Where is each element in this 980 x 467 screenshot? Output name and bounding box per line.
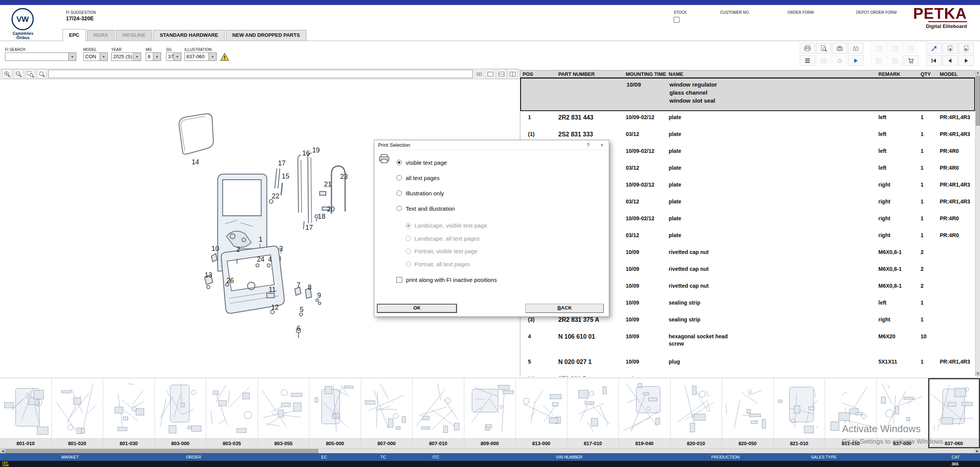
dropdown-arrow-icon[interactable]: ▼ xyxy=(153,53,161,61)
callout-16[interactable]: 16 xyxy=(302,149,310,157)
thumbnail-817-010[interactable]: 817-010 xyxy=(567,378,619,448)
dialog-titlebar[interactable]: Print Selection ? × xyxy=(374,140,609,150)
thumbnail-813-000[interactable]: 813-000 xyxy=(516,378,567,448)
callout-13[interactable]: 13 xyxy=(205,271,212,279)
next-illustration-button[interactable] xyxy=(959,43,974,54)
shopping-cart-button[interactable] xyxy=(903,55,919,66)
callout-17[interactable]: 17 xyxy=(278,159,286,167)
thumbnail-831-010[interactable]: 831-010 xyxy=(825,378,877,448)
thumbnail-837-060[interactable]: 837-060 xyxy=(928,378,980,448)
callout-19[interactable]: 19 xyxy=(312,146,320,154)
callout-22[interactable]: 22 xyxy=(272,192,280,200)
thumbnail-837-000[interactable]: 837-000 xyxy=(877,378,929,448)
thumbnail-821-010[interactable]: 821-010 xyxy=(774,378,825,448)
zoom-in-button[interactable] xyxy=(2,69,12,79)
callout-15[interactable]: 15 xyxy=(282,172,289,180)
callout-12[interactable]: 12 xyxy=(271,303,279,311)
vertical-scrollbar-thumb[interactable] xyxy=(976,76,980,126)
parts-table-row[interactable]: 5N 020 027 110/09plug5X1X111PR:4R1,4R3 xyxy=(520,356,975,372)
callout-20[interactable]: 20 xyxy=(327,205,335,213)
dropdown-arrow-icon[interactable]: ▼ xyxy=(133,53,141,61)
zoom-area-button[interactable] xyxy=(25,69,35,79)
dropdown-arrow-icon[interactable]: ▼ xyxy=(209,53,216,61)
callout-4[interactable]: 4 xyxy=(268,256,272,263)
tab-new-and-dropped-parts[interactable]: NEW AND DROPPED PARTS xyxy=(226,30,306,41)
pane-single-button[interactable] xyxy=(485,69,495,79)
callout-24[interactable]: 24 xyxy=(257,256,265,263)
dropdown-arrow-icon[interactable]: ▼ xyxy=(68,53,76,61)
nav-first-button[interactable] xyxy=(926,55,942,66)
thumbnail-801-010[interactable]: 801-010 xyxy=(0,378,52,448)
export-image-button[interactable] xyxy=(832,43,847,54)
dialog-close-icon[interactable]: × xyxy=(595,141,609,149)
thumbnail-horizontal-scrollbar[interactable]: ◀ ▶ xyxy=(0,448,980,453)
inactive-positions-checkbox[interactable] xyxy=(396,277,402,283)
option-visible-text-page[interactable]: visible text page xyxy=(396,155,455,170)
thumbnail-807-000[interactable]: 807-000 xyxy=(361,378,413,448)
thumbnail-805-000[interactable]: 805-000 xyxy=(309,378,361,448)
tab-infoline[interactable]: INFOLINE xyxy=(116,30,152,41)
parts-table-row[interactable]: 12R2 831 44310/09-02/12plateleft1PR:4R1,… xyxy=(520,111,975,128)
nav-next-button[interactable] xyxy=(959,55,974,66)
thumbnail-819-040[interactable]: 819-040 xyxy=(619,378,671,448)
callout-3[interactable]: 3 xyxy=(279,245,283,252)
nav-previous-button[interactable] xyxy=(942,55,958,66)
illustration-zoom-field[interactable] xyxy=(48,70,473,78)
callout-6[interactable]: 6 xyxy=(297,324,301,332)
pane-split-vertical-button[interactable] xyxy=(508,69,518,79)
thumbnail-820-010[interactable]: 820-010 xyxy=(671,378,722,448)
callout-1[interactable]: 1 xyxy=(259,236,263,243)
thumbnail-801-030[interactable]: 801-030 xyxy=(103,378,155,448)
thumbnail-803-000[interactable]: 803-000 xyxy=(155,378,207,448)
sg-combo[interactable]: 37 ▼ xyxy=(166,52,181,61)
print-button[interactable] xyxy=(800,43,815,54)
thumbnail-820-050[interactable]: 820-050 xyxy=(722,378,774,448)
callout-5[interactable]: 5 xyxy=(300,306,304,313)
dropdown-arrow-icon[interactable]: ▼ xyxy=(100,53,107,61)
parts-table-row[interactable]: (5)2T2 831 510/0 xyxy=(520,372,975,377)
zoom-out-button[interactable] xyxy=(14,69,24,79)
option-all-text-pages[interactable]: all text pages xyxy=(396,170,455,185)
callout-10[interactable]: 10 xyxy=(212,245,219,252)
back-button[interactable]: BACK xyxy=(525,304,604,313)
callout-2[interactable]: 2 xyxy=(236,246,240,253)
fi-search-combo[interactable]: ▼ xyxy=(5,52,76,61)
play-animation-button[interactable] xyxy=(848,55,863,66)
callout-17[interactable]: 17 xyxy=(305,224,313,231)
dropdown-arrow-icon[interactable]: ▼ xyxy=(173,53,181,61)
radio-icon[interactable] xyxy=(396,160,402,165)
mg-combo[interactable]: 8 ▼ xyxy=(146,52,161,61)
model-combo[interactable]: CON ▼ xyxy=(83,52,108,61)
dialog-help-icon[interactable]: ? xyxy=(581,141,595,149)
option-text-and-illustration[interactable]: Text and illustration xyxy=(396,201,455,216)
pane-split-horizontal-button[interactable] xyxy=(497,69,506,79)
tab-standard-hardware[interactable]: STANDARD HARDWARE xyxy=(153,30,225,41)
tab-epc[interactable]: EPC xyxy=(62,29,86,41)
radio-icon[interactable] xyxy=(396,175,402,180)
tab-nora[interactable]: NORA xyxy=(87,30,115,41)
callout-14[interactable]: 14 xyxy=(192,158,199,166)
year-combo[interactable]: 2025 (S) ▼ xyxy=(111,52,141,61)
callout-18[interactable]: 18 xyxy=(318,213,326,220)
callout-23[interactable]: 23 xyxy=(340,173,348,180)
stock-checkbox[interactable] xyxy=(674,17,679,23)
find-in-illustration-button[interactable] xyxy=(848,43,863,54)
radio-icon[interactable] xyxy=(396,206,402,211)
scroll-up-icon[interactable]: ▲ xyxy=(975,70,980,75)
pin-illustration-button[interactable] xyxy=(926,43,942,54)
callout-9[interactable]: 9 xyxy=(317,292,321,299)
illustration-combo[interactable]: 837-060 ▼ xyxy=(184,52,217,61)
thumbnail-803-035[interactable]: 803-035 xyxy=(206,378,258,448)
parts-group-header-row[interactable]: 10/09window regulator glass channel wind… xyxy=(520,78,975,111)
radio-icon[interactable] xyxy=(396,190,402,196)
parts-list-button[interactable] xyxy=(800,55,815,66)
thumbnail-801-020[interactable]: 801-020 xyxy=(52,378,104,448)
horizontal-scrollbar-thumb[interactable] xyxy=(5,449,318,453)
zoom-reset-button[interactable] xyxy=(37,69,47,79)
callout-7[interactable]: 7 xyxy=(297,281,301,289)
thumbnail-803-055[interactable]: 803-055 xyxy=(258,378,310,448)
thumbnail-809-000[interactable]: 809-000 xyxy=(464,378,516,448)
callout-26[interactable]: 26 xyxy=(226,277,234,284)
print-preview-button[interactable] xyxy=(816,43,831,54)
scroll-down-icon[interactable]: ▼ xyxy=(975,371,980,377)
